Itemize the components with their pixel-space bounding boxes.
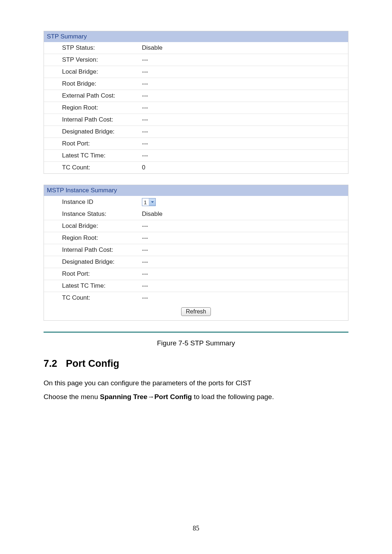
body2-post: to load the following page. (192, 393, 274, 401)
mstp-instance-id-row: Instance ID 1 (44, 196, 348, 208)
mstp-row-value: --- (142, 220, 148, 232)
body2-bold1: Spanning Tree (100, 393, 147, 401)
stp-summary-rows: STP Status:DisableSTP Version:---Local B… (44, 42, 348, 173)
stp-summary-header: STP Summary (44, 31, 348, 42)
mstp-row: Region Root:--- (44, 232, 348, 244)
stp-row-value: --- (142, 54, 148, 66)
mstp-instance-id-label: Instance ID (44, 196, 142, 208)
stp-row-label: Internal Path Cost: (44, 114, 142, 126)
page-number: 85 (0, 525, 392, 532)
stp-row: External Path Cost:--- (44, 90, 348, 102)
stp-row-label: TC Count: (44, 162, 142, 173)
stp-row: TC Count:0 (44, 161, 348, 173)
mstp-row: Latest TC Time:--- (44, 280, 348, 292)
section-number: 7.2 (44, 358, 57, 369)
stp-row-value: --- (142, 90, 148, 102)
mstp-row-value: --- (142, 280, 148, 292)
mstp-row: Local Bridge:--- (44, 220, 348, 232)
stp-row-value: --- (142, 126, 148, 138)
stp-row: Region Root:--- (44, 102, 348, 114)
figure-caption: Figure 7-5 STP Summary (44, 339, 348, 347)
body-paragraph-1: On this page you can configure the param… (44, 377, 348, 389)
stp-row-value: --- (142, 150, 148, 161)
mstp-row-value: --- (142, 244, 148, 256)
stp-row: Root Port:--- (44, 138, 348, 149)
stp-row-label: Local Bridge: (44, 66, 142, 78)
stp-row: STP Status:Disable (44, 42, 348, 54)
section-heading: 7.2 Port Config (44, 358, 348, 369)
mstp-row-label: Instance Status: (44, 208, 142, 220)
mstp-row: Designated Bridge:--- (44, 256, 348, 268)
mstp-row: Root Port:--- (44, 268, 348, 280)
mstp-row-label: Internal Path Cost: (44, 244, 142, 256)
mstp-summary-panel: MSTP Instance Summary Instance ID 1 Inst… (44, 185, 348, 321)
stp-row-label: External Path Cost: (44, 90, 142, 102)
body2-arrow: → (147, 393, 154, 401)
stp-row: Local Bridge:--- (44, 66, 348, 78)
stp-row-value: --- (142, 138, 148, 149)
stp-row: Latest TC Time:--- (44, 149, 348, 161)
stp-summary-panel: STP Summary STP Status:DisableSTP Versio… (44, 31, 348, 174)
stp-row-label: Root Bridge: (44, 78, 142, 90)
chevron-down-icon (149, 198, 155, 206)
mstp-row-label: Local Bridge: (44, 220, 142, 232)
stp-row-label: Latest TC Time: (44, 150, 142, 161)
mstp-row-value: --- (142, 292, 148, 304)
mstp-row-label: Latest TC Time: (44, 280, 142, 292)
stp-row-label: Root Port: (44, 138, 142, 149)
body-paragraph-2: Choose the menu Spanning Tree→Port Confi… (44, 391, 348, 403)
instance-id-select[interactable]: 1 (142, 198, 156, 206)
mstp-summary-body: Instance ID 1 Instance Status:DisableLoc… (44, 196, 348, 304)
stp-row-value: 0 (142, 162, 145, 173)
mstp-row: TC Count:--- (44, 292, 348, 304)
stp-row-label: Designated Bridge: (44, 126, 142, 138)
body2-bold2: Port Config (154, 393, 192, 401)
stp-row-label: STP Status: (44, 42, 142, 54)
mstp-row-label: Root Port: (44, 268, 142, 280)
stp-row: STP Version:--- (44, 54, 348, 66)
stp-row: Designated Bridge:--- (44, 126, 348, 138)
mstp-row-label: Region Root: (44, 232, 142, 244)
instance-id-select-value: 1 (142, 199, 149, 205)
mstp-instance-id-value: 1 (142, 196, 156, 208)
stp-row-value: --- (142, 78, 148, 90)
mstp-row: Internal Path Cost:--- (44, 244, 348, 256)
mstp-row-value: --- (142, 256, 148, 268)
stp-row-value: --- (142, 102, 148, 114)
section-divider (44, 332, 348, 333)
stp-row-value: --- (142, 114, 148, 126)
section-title: Port Config (66, 358, 119, 369)
stp-row-value: --- (142, 66, 148, 78)
mstp-summary-header: MSTP Instance Summary (44, 185, 348, 196)
mstp-row-value: Disable (142, 208, 163, 220)
refresh-row: Refresh (44, 304, 348, 320)
body2-pre: Choose the menu (44, 393, 100, 401)
stp-row-value: Disable (142, 42, 163, 54)
stp-row-label: STP Version: (44, 54, 142, 66)
stp-row: Internal Path Cost:--- (44, 114, 348, 126)
mstp-row-value: --- (142, 232, 148, 244)
stp-row-label: Region Root: (44, 102, 142, 114)
stp-row: Root Bridge:--- (44, 78, 348, 90)
mstp-row: Instance Status:Disable (44, 208, 348, 220)
mstp-row-label: TC Count: (44, 292, 142, 304)
refresh-button[interactable]: Refresh (181, 307, 211, 316)
mstp-row-value: --- (142, 268, 148, 280)
mstp-row-label: Designated Bridge: (44, 256, 142, 268)
